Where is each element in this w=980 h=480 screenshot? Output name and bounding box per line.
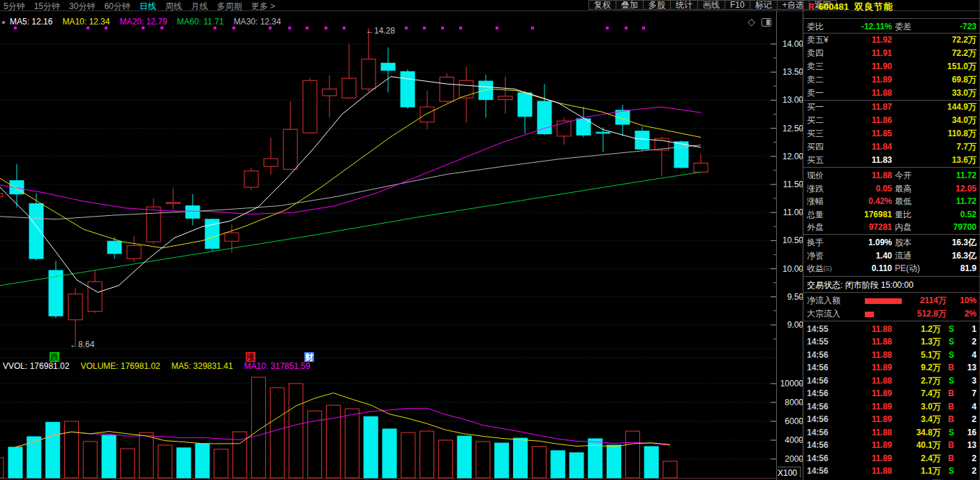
flow-value: 512.8万 [908,307,946,321]
bid-row-2[interactable]: 买二11.8634.0万 [803,114,980,127]
tick-trade-row[interactable]: 14:5611.8834.8万S16 [803,426,980,439]
trade-price: 11.88 [831,374,892,387]
event-marker [531,27,534,29]
candle-body [29,203,43,259]
tick-trade-row[interactable]: 14:5611.885.1万S4 [803,349,980,361]
tick-trade-row[interactable]: 14:5611.892.4万B2 [803,452,980,465]
bid-price: 11.87 [831,101,892,114]
ask-price: 11.89 [831,73,892,87]
trade-price: 11.88 [831,465,892,477]
ask-row-3[interactable]: 卖三11.90151.0万 [803,60,980,73]
candle-body [459,80,473,98]
trade-count: 2 [957,465,977,477]
tick-trade-row[interactable]: 14:5611.8940.1万B13 [803,439,980,451]
tick-trade-row[interactable]: 14:5611.893.4万B2 [803,413,980,426]
bid-row-5[interactable]: 买五11.8313.6万 [803,154,980,167]
bid-price: 11.85 [831,127,892,140]
trade-side: S [944,374,954,387]
trade-volume: 2.7万 [899,374,941,387]
trade-volume: 3.0万 [899,400,941,413]
tick-trade-row[interactable]: 14:5511.881.2万S1 [803,323,980,335]
volume-bar [457,436,471,478]
toolbar-button-画线[interactable]: 画线 [698,0,725,10]
volume-bar [140,432,154,478]
ask-volume: 72.2万 [912,47,977,60]
diamond-icon[interactable]: ◇ [748,16,755,27]
trade-count: 2 [957,335,977,348]
candle-body [127,246,141,259]
flow-percent: 10% [950,294,977,307]
candle-body [147,207,161,242]
volume-bar [0,458,3,478]
trade-side: S [944,465,954,477]
trade-price: 11.89 [831,361,892,374]
info-value: 16.3亿 [912,236,977,249]
bid-row-1[interactable]: 买一11.87144.9万 [803,101,980,114]
trade-count: 3 [957,374,977,387]
ma60-line [0,172,701,285]
ask-row-4[interactable]: 卖四11.9172.2万 [803,47,980,60]
info-row: 外盘97281内盘79700 [803,221,980,233]
tick-trade-row[interactable]: 14:5611.892.3万B3 [803,477,980,480]
trade-side: B [944,439,954,451]
ask-row-1[interactable]: 卖一11.8833.0万 [803,87,980,100]
candlestick-chart[interactable] [0,0,777,480]
trade-side: B [944,400,954,413]
trade-volume: 34.8万 [899,426,941,439]
info-row: 换手1.09%股本16.3亿 [803,236,980,249]
bid-price: 11.84 [831,140,892,154]
trade-time: 14:56 [807,426,829,439]
ask-label: 卖二 [807,73,824,87]
trade-volume: 5.1万 [899,349,941,361]
tick-trade-row[interactable]: 14:5611.899.2万B13 [803,361,980,374]
candle-body [244,171,258,187]
tick-trade-row[interactable]: 14:5611.893.0万B4 [803,400,980,413]
tick-trade-row[interactable]: 14:5611.881.1万S2 [803,465,980,477]
flow-percent: 2% [950,307,977,321]
weibi-label: 委比 [807,20,824,33]
candle-body [186,206,200,219]
ask-volume: 69.8万 [912,73,977,87]
candle-body [674,142,688,168]
toolbar-button-多股[interactable]: 多股 [644,0,671,10]
ask-row-2[interactable]: 卖二11.8969.8万 [803,73,980,87]
panel-toggle-icon[interactable] [762,18,771,27]
toolbar-button-复权[interactable]: 复权 [588,0,616,10]
info-value: 12.05 [912,182,977,195]
trade-count: 7 [957,387,977,400]
info-value: 1.09% [831,236,892,249]
tick-trade-row[interactable]: 14:5611.882.7万S3 [803,374,980,387]
bid-row-4[interactable]: 买四11.847.7万 [803,140,980,154]
info-label: 最低 [895,195,912,208]
volume-bar [570,453,584,478]
panel-divider [803,234,980,235]
trade-time: 14:56 [807,349,829,361]
tick-trade-row[interactable]: 14:5511.881.3万S2 [803,335,980,348]
candle-body [303,80,317,133]
ask-price: 11.92 [831,34,892,47]
volume-bar [121,449,135,478]
candle-body [88,282,102,312]
info-label: 收益㈢ [807,262,832,275]
volume-bar [345,409,359,478]
ma-label: MA5: 12.16 [10,17,52,27]
info-label: 量比 [895,208,912,221]
volume-ma-label: MA5: 329831.41 [172,361,233,371]
bid-row-3[interactable]: 买三11.85110.8万 [803,127,980,140]
info-label: 换手 [807,236,824,249]
info-row: 现价11.88今开11.72 [803,169,980,182]
ask-row-5[interactable]: 卖五¥11.9272.2万 [803,34,980,47]
toolbar-button-统计[interactable]: 统计 [671,0,698,10]
candle-body [596,132,610,133]
ask-volume: 151.0万 [912,60,977,73]
event-marker [606,27,609,29]
weibi-value: -12.11% [831,20,892,33]
toolbar-button-叠加[interactable]: 叠加 [616,0,644,10]
tick-trade-row[interactable]: 14:5611.897.4万B7 [803,387,980,400]
candle-body [635,131,649,150]
ask-label: 卖一 [807,87,824,100]
info-label: 总量 [807,208,824,221]
toolbar-button-F10[interactable]: F10 [725,0,750,10]
info-value: 176981 [831,208,892,221]
toolbar-button-标记[interactable]: 标记 [750,0,778,10]
